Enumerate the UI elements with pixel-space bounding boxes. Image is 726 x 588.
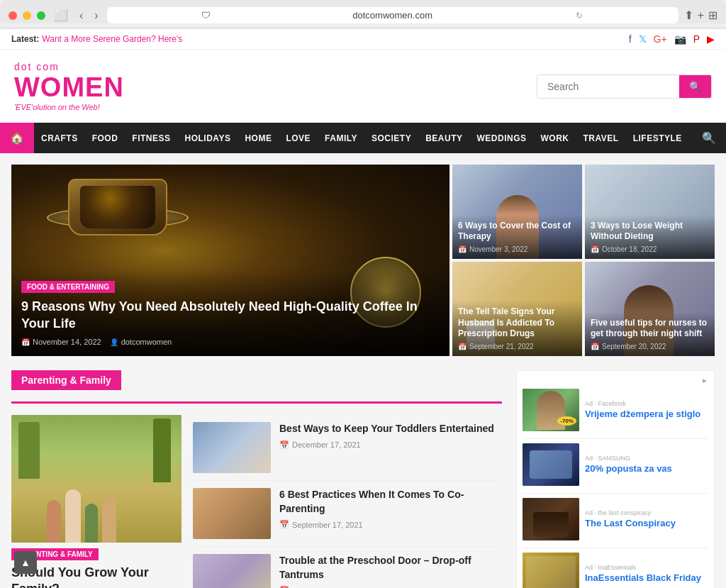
ad-item-3[interactable]: Ad · the last conspiracy The Last Conspi… xyxy=(523,498,708,540)
nav-item-crafts[interactable]: CRAFTS xyxy=(34,125,85,152)
nav-item-weddings[interactable]: WEDDINGS xyxy=(470,125,534,152)
side-title: 3 Ways to Lose Weight Without Dieting xyxy=(591,221,709,243)
nav-item-home[interactable]: HOME xyxy=(238,125,279,152)
scroll-to-top-button[interactable]: ▲ xyxy=(14,551,37,574)
website: Latest: Want a More Serene Garden? Here'… xyxy=(0,29,726,588)
search-input[interactable] xyxy=(537,75,679,98)
side-meta: 📅November 3, 2022 xyxy=(458,245,576,253)
ad-content-4: Ad · InaEssentials InaEssentials Black F… xyxy=(585,564,708,584)
side-meta: 📅September 21, 2022 xyxy=(458,343,576,350)
google-plus-icon[interactable]: G+ xyxy=(654,33,667,45)
parenting-grid: Parenting & Family Should You Grow Your … xyxy=(11,415,502,588)
nav-item-travel[interactable]: TRAVEL xyxy=(576,125,626,152)
maximize-button[interactable] xyxy=(37,11,45,20)
ad-title-2: 20% popusta za vas xyxy=(585,463,708,475)
side-overlay: The Tell Tale Signs Your Husband Is Addi… xyxy=(452,301,582,356)
nav-item-work[interactable]: WORK xyxy=(534,125,576,152)
extensions-button[interactable]: ⊞ xyxy=(708,9,717,22)
side-articles: 6 Ways to Cover the Cost of Therapy 📅Nov… xyxy=(452,165,715,356)
latest-link[interactable]: Want a More Serene Garden? Here's xyxy=(42,34,182,44)
logo-tagline: 'EVE'olution on the Web! xyxy=(14,103,124,111)
tree-left xyxy=(18,422,40,479)
nav-item-beauty[interactable]: BEAUTY xyxy=(418,125,469,152)
nav-item-fitness[interactable]: FITNESS xyxy=(125,125,177,152)
side-article-therapy[interactable]: 6 Ways to Cover the Cost of Therapy 📅Nov… xyxy=(452,165,582,259)
side-overlay: 6 Ways to Cover the Cost of Therapy 📅Nov… xyxy=(452,215,582,259)
ad-overlay xyxy=(526,556,576,588)
nav-item-holidays[interactable]: HOLIDAYS xyxy=(178,125,238,152)
hero-title: 9 Reasons Why You Need Absolutely Need H… xyxy=(21,299,440,332)
article-info: 6 Best Practices When It Comes To Co-Par… xyxy=(279,488,502,529)
ad-image-2 xyxy=(523,443,579,486)
youtube-icon[interactable]: ▶ xyxy=(707,33,715,45)
content-sidebar: Parenting & Family xyxy=(11,370,715,588)
list-item[interactable]: 6 Best Practices When It Comes To Co-Par… xyxy=(193,481,502,547)
minimize-button[interactable] xyxy=(23,11,31,20)
side-article-nurses[interactable]: Five useful tips for nurses to get throu… xyxy=(585,262,715,356)
nav-item-lifestyle[interactable]: LIFESTYLE xyxy=(626,125,689,152)
article-thumbnail-1 xyxy=(193,422,271,473)
side-article-prescription[interactable]: The Tell Tale Signs Your Husband Is Addi… xyxy=(452,262,582,356)
side-articles-bottom-row: The Tell Tale Signs Your Husband Is Addi… xyxy=(452,262,715,356)
side-title: Five useful tips for nurses to get throu… xyxy=(591,318,709,340)
side-title: The Tell Tale Signs Your Husband Is Addi… xyxy=(458,306,576,340)
latest-label: Latest: xyxy=(11,34,39,44)
ad-content-2: Ad · SAMSUNG 20% popusta za vas xyxy=(585,455,708,475)
side-meta: 📅September 20, 2022 xyxy=(591,343,709,350)
forward-button[interactable]: › xyxy=(91,8,101,23)
ad-item-1[interactable]: -70% Ad · Facebook Vrijeme džempera je s… xyxy=(523,389,708,431)
ad-sponsored: Ad · the last conspiracy xyxy=(585,509,708,516)
facebook-icon[interactable]: f xyxy=(629,33,632,45)
list-item[interactable]: Trouble at the Preschool Door – Drop-off… xyxy=(193,547,502,588)
ad-item-2[interactable]: Ad · SAMSUNG 20% popusta za vas xyxy=(523,443,708,486)
hero-grid: Food & Entertaining 9 Reasons Why You Ne… xyxy=(11,165,715,356)
hero-overlay: Food & Entertaining 9 Reasons Why You Ne… xyxy=(11,270,449,356)
ad-content-1: Ad · Facebook Vrijeme džempera je stiglo xyxy=(585,400,708,421)
ad-badge: -70% xyxy=(557,416,576,426)
instagram-icon[interactable]: 📷 xyxy=(674,33,686,45)
latest-bar: Latest: Want a More Serene Garden? Here'… xyxy=(11,34,182,44)
hero-main-article[interactable]: Food & Entertaining 9 Reasons Why You Ne… xyxy=(11,165,449,356)
hero-category: Food & Entertaining xyxy=(21,281,115,293)
sidebar: ► -70% Ad · Facebook Vrijeme džempera je… xyxy=(516,370,715,588)
nav-item-society[interactable]: SOCIETY xyxy=(364,125,418,152)
nav-item-food[interactable]: FOOD xyxy=(85,125,125,152)
ad-image-1: -70% xyxy=(523,389,579,431)
twitter-icon[interactable]: 𝕏 xyxy=(639,33,647,45)
article-info: Trouble at the Preschool Door – Drop-off… xyxy=(279,554,502,588)
nav-item-love[interactable]: LOVE xyxy=(279,125,318,152)
pinterest-icon[interactable]: P xyxy=(693,33,700,45)
person-3 xyxy=(85,504,98,543)
ad-item-4[interactable]: Ad · InaEssentials InaEssentials Black F… xyxy=(523,553,708,588)
nav-item-family[interactable]: FAMILY xyxy=(318,125,364,152)
list-item[interactable]: Best Ways to Keep Your Toddlers Entertai… xyxy=(193,415,502,481)
share-button[interactable]: ⬆ xyxy=(684,9,693,22)
thumb-bg xyxy=(193,488,271,539)
back-button[interactable]: ‹ xyxy=(77,8,86,23)
ad-title-1: Vrijeme džempera je stiglo xyxy=(585,409,708,421)
ad-title-4: InaEssentials Black Friday xyxy=(585,572,708,584)
hero-date: 📅 November 14, 2022 xyxy=(21,338,101,346)
search-button[interactable]: 🔍 xyxy=(679,75,711,98)
parenting-main: Parenting & Family Should You Grow Your … xyxy=(11,415,182,588)
side-article-weight[interactable]: 3 Ways to Lose Weight Without Dieting 📅O… xyxy=(585,165,715,259)
parenting-main-title[interactable]: Should You Grow Your Family? xyxy=(11,565,182,588)
sidebar-toggle-button[interactable]: ⬜ xyxy=(51,7,71,23)
logo[interactable]: dot com WOMEN 'EVE'olution on the Web! xyxy=(14,61,124,111)
parenting-image[interactable] xyxy=(11,415,182,543)
nav-home-button[interactable]: 🏠 xyxy=(0,123,34,153)
ad-boot xyxy=(533,512,569,537)
ad-title-3: The Last Conspiracy xyxy=(585,518,708,530)
site-header: dot com WOMEN 'EVE'olution on the Web! 🔍 xyxy=(0,50,726,123)
ad-sponsored-label: ► xyxy=(523,377,708,384)
main-nav: 🏠 CRAFTS FOOD FITNESS HOLIDAYS HOME LOVE… xyxy=(0,123,726,153)
ad-block: ► -70% Ad · Facebook Vrijeme džempera je… xyxy=(516,370,715,588)
ad-image-4 xyxy=(523,553,579,588)
address-bar[interactable]: 🛡 dotcomwomen.com ↻ xyxy=(107,7,678,23)
new-tab-button[interactable]: + xyxy=(698,9,704,22)
nav-search-button[interactable]: 🔍 xyxy=(692,123,726,153)
top-bar: Latest: Want a More Serene Garden? Here'… xyxy=(0,29,726,50)
close-button[interactable] xyxy=(9,11,17,20)
section-heading: Parenting & Family xyxy=(11,370,121,390)
search-bar: 🔍 xyxy=(537,74,712,99)
